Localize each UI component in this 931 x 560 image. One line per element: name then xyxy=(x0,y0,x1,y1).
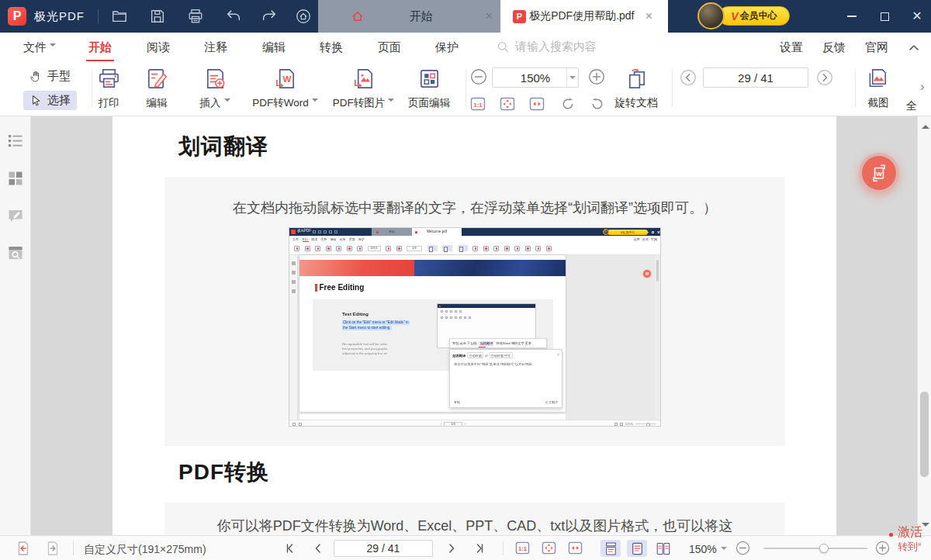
tab-document-label: 极光PDF使用帮助.pdf xyxy=(526,9,638,23)
chevron-down-icon xyxy=(312,99,318,105)
mini-scrollbar xyxy=(655,255,660,420)
printer-icon xyxy=(97,67,121,91)
hand-tool-button[interactable]: 手型 xyxy=(23,67,77,86)
zoom-dropdown[interactable] xyxy=(566,68,578,87)
search-icon xyxy=(497,40,510,54)
maximize-button[interactable] xyxy=(878,10,891,22)
collapse-ribbon-icon[interactable] xyxy=(908,42,920,54)
window-controls: ✕ xyxy=(846,0,923,33)
previous-view-icon[interactable] xyxy=(16,541,31,556)
page-size-label: 自定义尺寸(191×275mm) xyxy=(84,543,206,557)
tab-document-close-icon[interactable]: × xyxy=(638,9,660,23)
mini-menubar: 文件 开始 阅读 注释 编辑 转换 页面 保护 设置 反馈 官网 xyxy=(289,236,661,242)
tab-home-label: 开始 xyxy=(365,9,478,24)
statusbar-page-input[interactable]: 29 / 41 xyxy=(334,540,433,557)
rotate-right-icon[interactable] xyxy=(590,96,605,112)
scroll-up-icon[interactable] xyxy=(922,121,929,129)
home-icon[interactable] xyxy=(295,8,312,25)
undo-icon[interactable] xyxy=(225,8,242,25)
fullscreen-button-clipped[interactable]: 全 xyxy=(906,99,917,113)
previous-page-icon[interactable] xyxy=(680,69,697,86)
chevron-down-icon xyxy=(224,99,230,105)
actual-size-icon[interactable] xyxy=(470,96,486,112)
document-viewport: 划词翻译 在文档内拖动鼠标选中要翻译的文字，在浮动菜单选择“划词翻译”选项即可。… xyxy=(0,116,931,535)
next-page-icon[interactable] xyxy=(445,542,458,555)
single-page-view-icon[interactable] xyxy=(627,540,647,557)
annotations-panel-icon[interactable] xyxy=(7,207,24,224)
bookmarks-panel-icon[interactable] xyxy=(7,133,24,150)
menu-convert[interactable]: 转换 xyxy=(320,40,343,55)
fit-page-icon[interactable] xyxy=(542,541,557,556)
menu-feedback[interactable]: 反馈 xyxy=(822,40,846,55)
edit-button[interactable]: 编辑 xyxy=(133,66,181,112)
redo-icon[interactable] xyxy=(261,8,278,25)
save-icon[interactable] xyxy=(149,8,166,25)
thumbnails-panel-icon[interactable] xyxy=(7,170,24,187)
zoom-out-icon[interactable] xyxy=(735,541,751,556)
search-panel-icon[interactable] xyxy=(7,244,24,261)
next-view-icon[interactable] xyxy=(45,541,61,556)
select-tool-button[interactable]: 选择 xyxy=(23,91,77,110)
last-page-icon[interactable] xyxy=(473,542,486,555)
zoom-slider-track[interactable] xyxy=(763,548,867,549)
page-edit-button[interactable]: 页面编辑 xyxy=(402,66,456,112)
actual-size-icon[interactable] xyxy=(515,541,531,556)
close-button[interactable]: ✕ xyxy=(911,10,923,22)
insert-button[interactable]: 插入 xyxy=(191,66,239,112)
tab-home-close-icon[interactable]: × xyxy=(478,9,500,23)
doc-heading-convert: PDF转换 xyxy=(178,458,269,487)
search-input[interactable]: 请输入搜索内容 xyxy=(497,40,597,54)
member-center-label: 会员中心 xyxy=(740,9,777,22)
doc-paragraph-convert: 你可以将PDF文件转换为Word、Excel、PPT、CAD、txt以及图片格式… xyxy=(164,517,785,535)
menu-start[interactable]: 开始 xyxy=(88,40,112,55)
zoom-slider-thumb[interactable] xyxy=(819,544,829,553)
menu-page[interactable]: 页面 xyxy=(378,40,401,55)
app-window: P 极光PDF 开始 × P 极光PDF使用帮助.pdf × V 会员中心 ✕ xyxy=(0,0,931,560)
toolbar-overflow-icon[interactable]: › xyxy=(920,79,925,95)
doc-heading-translate: 划词翻译 xyxy=(178,132,268,161)
activation-dot xyxy=(889,533,893,537)
zoom-in-icon[interactable] xyxy=(588,68,605,85)
user-avatar[interactable] xyxy=(697,2,725,29)
menu-edit[interactable]: 编辑 xyxy=(262,40,286,55)
open-file-icon[interactable] xyxy=(111,8,128,25)
minimize-button[interactable] xyxy=(846,10,858,22)
mini-floating-menu: 复制 高亮 下划线划词翻译转成Word 编辑文字 更多 xyxy=(449,338,547,348)
continuous-view-icon[interactable] xyxy=(600,540,621,557)
print-button[interactable]: 打印 xyxy=(85,66,133,112)
fit-width-icon[interactable] xyxy=(568,541,583,556)
left-sidebar xyxy=(0,116,31,535)
rotate-left-icon[interactable] xyxy=(560,96,576,112)
member-center-button[interactable]: V 会员中心 xyxy=(718,6,790,26)
pdf-to-word-float-button[interactable] xyxy=(859,153,899,193)
statusbar-zoom-dropdown[interactable]: 150% xyxy=(689,543,727,555)
vip-icon: V xyxy=(731,10,738,22)
zoom-level-input[interactable]: 150% xyxy=(492,67,579,88)
next-page-icon[interactable] xyxy=(816,69,833,86)
vertical-scrollbar[interactable] xyxy=(917,116,931,535)
tab-home[interactable]: 开始 × xyxy=(318,0,500,33)
fit-width-icon[interactable] xyxy=(529,96,545,112)
double-page-view-icon[interactable] xyxy=(653,540,673,557)
rotate-document-button[interactable]: 旋转文档 xyxy=(610,66,663,112)
screenshot-button[interactable]: 截图 xyxy=(860,66,897,112)
pdf-to-image-button[interactable]: PDF转图片 xyxy=(327,66,400,112)
print-icon[interactable] xyxy=(187,8,204,25)
tab-document[interactable]: P 极光PDF使用帮助.pdf × xyxy=(500,0,668,33)
menu-website[interactable]: 官网 xyxy=(865,40,888,55)
toolbar-divider xyxy=(466,70,466,107)
menu-protect[interactable]: 保护 xyxy=(435,40,459,55)
first-page-icon[interactable] xyxy=(284,542,296,555)
scrollbar-thumb[interactable] xyxy=(920,392,929,477)
menu-settings[interactable]: 设置 xyxy=(780,40,803,55)
page-number-input[interactable]: 29 / 41 xyxy=(703,67,808,88)
mini-subheading: Text Editing xyxy=(342,312,369,316)
fit-page-icon[interactable] xyxy=(500,96,515,112)
pdf-to-word-button[interactable]: PDF转Word xyxy=(248,66,322,112)
menu-annotate[interactable]: 注释 xyxy=(204,40,227,55)
zoom-out-icon[interactable] xyxy=(470,68,487,85)
menu-read[interactable]: 阅读 xyxy=(147,40,170,55)
zoom-in-icon[interactable] xyxy=(875,541,891,556)
previous-page-icon[interactable] xyxy=(312,542,324,555)
menu-file[interactable]: 文件 xyxy=(23,40,56,55)
